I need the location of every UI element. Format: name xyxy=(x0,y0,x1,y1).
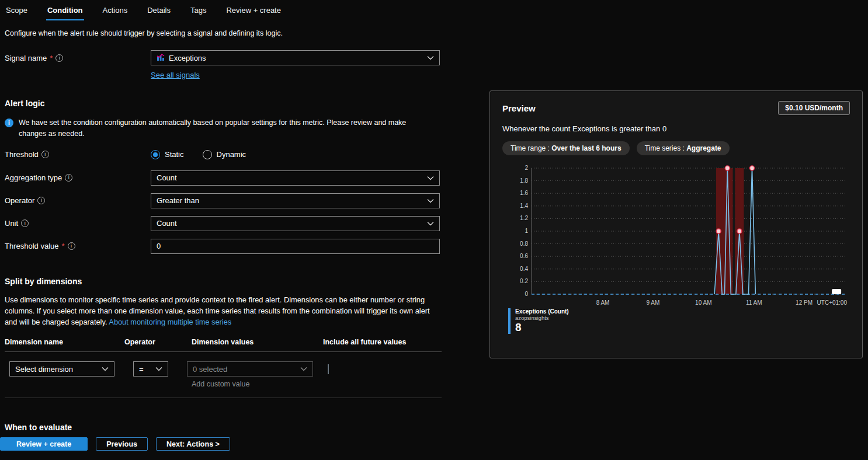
threshold-dynamic-radio[interactable]: Dynamic xyxy=(203,150,246,159)
chevron-down-icon xyxy=(102,367,109,371)
dimension-operator-value: = xyxy=(139,365,144,374)
dimensions-table-header: Dimension name Operator Dimension values… xyxy=(5,338,442,352)
unit-dropdown[interactable]: Count xyxy=(151,216,440,231)
svg-text:1: 1 xyxy=(525,228,528,234)
legend-total-count: 8 xyxy=(515,321,569,334)
preview-chart: 21.81.61.41.210.80.60.40.208 AM9 AM10 AM… xyxy=(502,161,850,308)
operator-label: Operator xyxy=(5,196,34,205)
chevron-down-icon xyxy=(300,367,307,371)
chevron-down-icon xyxy=(427,221,434,226)
col-include-future-values: Include all future values xyxy=(323,338,442,346)
svg-text:10 AM: 10 AM xyxy=(695,299,711,306)
svg-text:0.2: 0.2 xyxy=(520,278,528,284)
aggregation-type-row: Aggregation type i Count xyxy=(5,170,442,186)
review-create-button[interactable]: Review + create xyxy=(0,437,88,451)
condition-summary: Whenever the count Exceptions is greater… xyxy=(502,124,850,133)
legend-resource-name: azopsinsights xyxy=(515,315,569,321)
tab-tags[interactable]: Tags xyxy=(189,4,207,20)
tab-review-create[interactable]: Review + create xyxy=(225,4,282,20)
unit-label: Unit xyxy=(5,219,18,228)
svg-text:1.2: 1.2 xyxy=(520,215,528,221)
svg-text:9 AM: 9 AM xyxy=(647,299,660,306)
info-filled-icon: i xyxy=(5,119,13,127)
operator-row: Operator i Greater than xyxy=(5,193,442,208)
threshold-value-input[interactable]: 0 xyxy=(151,239,440,254)
add-custom-value: Add custom value xyxy=(192,380,442,388)
legend-color-bar xyxy=(508,308,511,334)
select-dimension-dropdown[interactable]: Select dimension xyxy=(9,361,114,377)
tab-details[interactable]: Details xyxy=(146,4,172,20)
select-dimension-placeholder: Select dimension xyxy=(15,365,73,374)
wizard-tabs: Scope Condition Actions Details Tags Rev… xyxy=(0,0,868,20)
dimension-row: Select dimension = 0 selected xyxy=(5,352,442,377)
preview-panel: Preview $0.10 USD/month Whenever the cou… xyxy=(489,90,863,358)
info-icon[interactable]: i xyxy=(55,54,63,62)
signal-name-dropdown[interactable]: Exceptions xyxy=(151,50,440,65)
required-asterisk: * xyxy=(62,242,65,250)
tab-actions[interactable]: Actions xyxy=(102,4,129,20)
chevron-down-icon xyxy=(427,198,434,203)
metric-signal-icon xyxy=(157,53,165,63)
next-actions-button[interactable]: Next: Actions > xyxy=(156,437,230,451)
chevron-down-icon xyxy=(427,55,434,60)
info-icon[interactable]: i xyxy=(37,197,45,204)
col-dimension-values: Dimension values xyxy=(192,338,323,346)
radio-selected-icon xyxy=(151,150,160,159)
info-icon[interactable]: i xyxy=(21,219,29,227)
svg-text:2: 2 xyxy=(525,165,528,171)
intro-text: Configure when the alert rule should tri… xyxy=(5,29,868,37)
wizard-footer: Review + create Previous Next: Actions > xyxy=(0,437,230,451)
preview-heading: Preview xyxy=(502,103,536,113)
chart-legend: Exceptions (Count) azopsinsights 8 xyxy=(508,308,850,334)
when-to-evaluate-heading: When to evaluate xyxy=(5,423,868,432)
include-future-values-checkbox[interactable] xyxy=(328,364,329,374)
tab-scope[interactable]: Scope xyxy=(5,4,29,20)
time-range-label: Time range : xyxy=(511,144,551,152)
info-icon[interactable]: i xyxy=(41,151,49,158)
dimension-values-placeholder: 0 selected xyxy=(193,365,227,374)
dimension-values-dropdown[interactable]: 0 selected xyxy=(187,361,313,377)
signal-name-value: Exceptions xyxy=(169,54,206,62)
threshold-label: Threshold xyxy=(5,150,39,159)
svg-text:1.8: 1.8 xyxy=(520,177,528,184)
threshold-value-row: Threshold value * i 0 xyxy=(5,239,442,254)
monitoring-multiple-series-link[interactable]: About monitoring multiple time series xyxy=(109,318,231,326)
time-range-chip: Time range : Over the last 6 hours xyxy=(502,141,630,155)
svg-text:0.4: 0.4 xyxy=(520,266,528,272)
time-series-label: Time series : xyxy=(645,144,687,152)
svg-text:UTC+01:00: UTC+01:00 xyxy=(817,299,848,306)
previous-button[interactable]: Previous xyxy=(96,437,148,451)
info-message-text: We have set the condition configuration … xyxy=(19,117,434,140)
threshold-static-label: Static xyxy=(165,150,184,159)
dimension-operator-dropdown[interactable]: = xyxy=(133,361,168,377)
operator-dropdown[interactable]: Greater than xyxy=(151,193,440,208)
signal-name-row: Signal name * i Exceptions xyxy=(5,50,442,65)
time-range-value: Over the last 6 hours xyxy=(551,144,621,152)
col-operator: Operator xyxy=(124,338,192,346)
unit-value: Count xyxy=(157,219,177,228)
tab-condition[interactable]: Condition xyxy=(46,4,84,20)
see-all-signals-link[interactable]: See all signals xyxy=(151,71,200,79)
threshold-static-radio[interactable]: Static xyxy=(151,150,184,159)
svg-text:1.6: 1.6 xyxy=(520,190,528,196)
svg-text:1.4: 1.4 xyxy=(520,203,528,209)
preview-chips: Time range : Over the last 6 hours Time … xyxy=(502,141,850,155)
dimensions-table: Dimension name Operator Dimension values… xyxy=(5,338,442,398)
time-series-value: Aggregate xyxy=(686,144,721,152)
threshold-value-label: Threshold value xyxy=(5,242,59,250)
info-icon[interactable]: i xyxy=(68,242,75,250)
svg-text:8 AM: 8 AM xyxy=(596,299,610,306)
time-series-chip: Time series : Aggregate xyxy=(637,141,730,155)
aggregation-type-dropdown[interactable]: Count xyxy=(151,170,440,186)
split-dimensions-description: Use dimensions to monitor specific time … xyxy=(5,294,442,328)
chevron-down-icon xyxy=(427,176,434,180)
col-dimension-name: Dimension name xyxy=(5,338,124,346)
unit-row: Unit i Count xyxy=(5,216,442,231)
radio-unselected-icon xyxy=(203,150,212,159)
info-icon[interactable]: i xyxy=(65,174,72,182)
chevron-down-icon xyxy=(155,367,162,371)
threshold-dynamic-label: Dynamic xyxy=(217,150,246,159)
aggregation-type-label: Aggregation type xyxy=(5,173,62,182)
svg-text:0.8: 0.8 xyxy=(520,241,528,247)
svg-text:0: 0 xyxy=(525,291,528,297)
